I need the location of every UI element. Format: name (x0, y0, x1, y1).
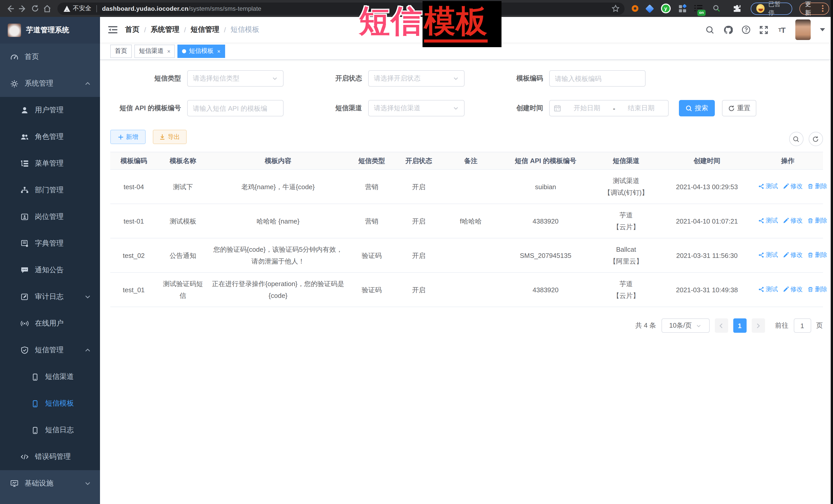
test-link[interactable]: 测试 (759, 284, 778, 295)
total-count: 共 4 条 (635, 321, 656, 330)
help-icon[interactable] (741, 25, 751, 34)
tag-sms-template[interactable]: 短信模板× (178, 44, 225, 58)
delete-link[interactable]: 删除 (808, 181, 827, 192)
sidebar-item-system[interactable]: 系统管理 (0, 70, 100, 97)
sidebar-item-audit-log[interactable]: 审计日志 (0, 284, 100, 310)
breadcrumb-item[interactable]: 首页 (125, 25, 140, 34)
browser-update-pill[interactable]: 更新 (800, 2, 829, 15)
refresh-table-icon[interactable] (808, 132, 823, 146)
close-icon[interactable]: × (217, 48, 220, 54)
page-size-select[interactable]: 10条/页 (661, 318, 709, 333)
collapse-sidebar-icon[interactable] (108, 25, 118, 35)
edit-link[interactable]: 修改 (783, 181, 803, 192)
filter-sms-type: 短信类型 请选择短信类型 (110, 70, 284, 87)
edit-link[interactable]: 修改 (783, 284, 803, 295)
sidebar-item-dict-mgmt[interactable]: 字典管理 (0, 230, 100, 257)
tag-home[interactable]: 首页 (110, 44, 132, 58)
sms-type-select[interactable]: 请选择短信类型 (187, 70, 284, 87)
chevron-down-icon (696, 323, 701, 329)
url-bar[interactable]: 不安全 dashboard.yudao.iocoder.cn /system/s… (57, 2, 624, 15)
edit-link[interactable]: 修改 (783, 215, 803, 226)
code-icon (21, 453, 29, 461)
pencil-icon (783, 218, 789, 223)
sms-channel-select[interactable]: 请选择短信渠道 (368, 100, 465, 116)
delete-link[interactable]: 删除 (808, 284, 827, 295)
sidebar-item-notice-mgmt[interactable]: 通知公告 (0, 257, 100, 284)
prev-page-button[interactable] (715, 318, 728, 333)
url-host: dashboard.yudao.iocoder.cn (102, 5, 188, 12)
not-secure-warning[interactable]: 不安全 (64, 4, 91, 13)
template-code-input[interactable] (549, 70, 646, 87)
test-link[interactable]: 测试 (759, 249, 778, 261)
sidebar-item-menu-mgmt[interactable]: 菜单管理 (0, 150, 100, 177)
close-icon[interactable]: × (167, 48, 170, 54)
fullscreen-icon[interactable] (759, 25, 768, 34)
forward-icon[interactable] (18, 3, 28, 14)
github-icon[interactable] (723, 25, 733, 34)
bookmark-star-icon[interactable] (612, 5, 619, 12)
paused-label: 已暂停 (768, 0, 787, 17)
avatar[interactable] (795, 20, 810, 40)
next-page-button[interactable] (752, 318, 765, 333)
breadcrumb-item[interactable]: 系统管理 (151, 25, 180, 34)
trash-icon (808, 252, 813, 258)
reset-button[interactable]: 重置 (722, 100, 756, 116)
caret-down-icon[interactable] (819, 28, 825, 32)
page-1-button[interactable]: 1 (733, 318, 746, 333)
sidebar-item-role-mgmt[interactable]: 角色管理 (0, 124, 100, 150)
grid-extension-icon[interactable] (679, 5, 686, 12)
reload-icon[interactable] (30, 3, 40, 14)
filter-row-2: 短信 API 的模板编号 短信渠道 请选择短信渠道 创建时间 (110, 100, 823, 116)
profile-paused-pill[interactable]: 已暂停 (751, 2, 792, 15)
tag-sms-channel[interactable]: 短信渠道× (134, 44, 175, 58)
sidebar-item-home[interactable]: 首页 (0, 44, 100, 70)
search-button[interactable]: 搜索 (679, 100, 715, 116)
breadcrumb-item-current: 短信模板 (231, 25, 259, 34)
blue-gem-extension-icon[interactable] (645, 4, 654, 13)
goto-page-input[interactable] (793, 318, 811, 333)
show-search-icon[interactable] (789, 132, 803, 146)
sidebar-item-label: 错误码管理 (35, 452, 71, 461)
delete-link[interactable]: 删除 (808, 249, 827, 261)
refresh-icon (728, 105, 735, 112)
list-on-extension-icon[interactable]: on (694, 5, 702, 12)
sidebar-item-infra[interactable]: 基础设施 (0, 470, 100, 497)
delete-link[interactable]: 删除 (808, 215, 827, 226)
puzzle-extension-icon[interactable] (732, 3, 742, 14)
kebab-menu-icon[interactable] (822, 5, 823, 12)
status-select[interactable]: 请选择开启状态 (368, 70, 465, 87)
font-size-icon[interactable]: TT (777, 25, 786, 34)
test-link[interactable]: 测试 (759, 181, 778, 192)
edit-link[interactable]: 修改 (783, 249, 803, 261)
orange-ring-extension-icon[interactable] (632, 5, 638, 12)
sidebar-logo-row[interactable]: 芋道管理系统 (0, 17, 100, 44)
chevron-down-icon (85, 294, 91, 300)
sidebar-item-user-mgmt[interactable]: 用户管理 (0, 97, 100, 124)
green-y-extension-icon[interactable]: y (661, 4, 670, 13)
annotation-overlay: 短信 模板 (359, 1, 501, 47)
sidebar-item-sms-channel[interactable]: 短信渠道 (0, 363, 100, 390)
sidebar-item-post-mgmt[interactable]: 岗位管理 (0, 203, 100, 230)
test-link[interactable]: 测试 (759, 215, 778, 226)
api-template-id-input[interactable] (187, 100, 284, 116)
table-row: test_02 公告通知 您的验证码{code}，该验证码5分钟内有效，请勿泄漏… (110, 238, 823, 272)
sidebar-item-sms-mgmt[interactable]: 短信管理 (0, 337, 100, 363)
add-button[interactable]: 新增 (110, 130, 146, 144)
export-button[interactable]: 导出 (153, 130, 187, 144)
sidebar-item-dept-mgmt[interactable]: 部门管理 (0, 177, 100, 203)
date-range-picker[interactable]: 开始日期 - 结束日期 (549, 100, 669, 116)
home-icon[interactable] (42, 3, 52, 14)
magnifier-extension-icon[interactable] (712, 3, 722, 14)
sidebar-item-errcode-mgmt[interactable]: 错误码管理 (0, 443, 100, 470)
sidebar-item-sms-template[interactable]: 短信模板 (0, 390, 100, 417)
back-icon[interactable] (5, 3, 16, 14)
breadcrumb-item[interactable]: 短信管理 (191, 25, 219, 34)
header-search-icon[interactable] (705, 25, 715, 34)
app-title: 芋道管理系统 (26, 26, 69, 35)
sidebar-item-online-users[interactable]: 在线用户 (0, 310, 100, 337)
scrollbar-strip[interactable] (830, 0, 833, 504)
create-time-label: 创建时间 (494, 103, 549, 113)
chevron-down-icon (272, 75, 278, 81)
sidebar-item-label: 用户管理 (35, 105, 64, 115)
sidebar-item-sms-log[interactable]: 短信日志 (0, 417, 100, 443)
